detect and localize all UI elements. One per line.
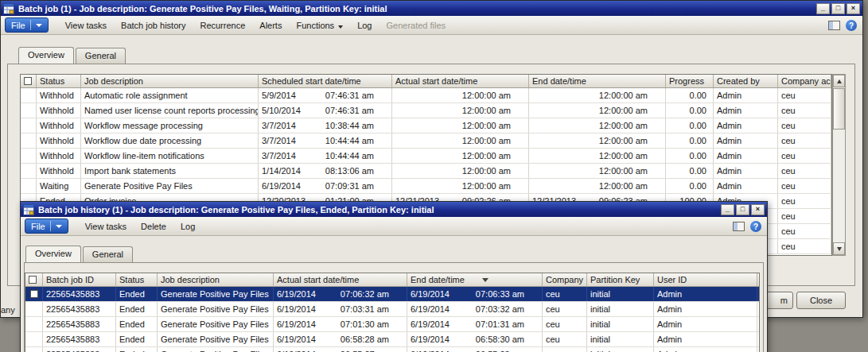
table-row[interactable]: 22565435883EndedGenerate Positive Pay Fi… xyxy=(25,317,759,332)
menu-item-alerts[interactable]: Alerts xyxy=(252,16,289,35)
scroll-down-icon[interactable] xyxy=(833,242,845,255)
column-header-job-description[interactable]: Job description xyxy=(158,273,274,286)
scrollbar-thumb[interactable] xyxy=(833,88,845,130)
tab-overview[interactable]: Overview xyxy=(25,246,81,263)
cell xyxy=(21,118,37,133)
cell-value: Generate Positive Pay Files xyxy=(84,181,193,191)
column-header-company-accou[interactable]: Company accou xyxy=(778,75,831,87)
help-icon[interactable]: ? xyxy=(750,221,761,232)
cell-value: 0.00 xyxy=(690,91,706,100)
column-header-company[interactable]: Company xyxy=(543,273,587,286)
column-header-actual-start-date-time[interactable]: Actual start date/time xyxy=(274,273,407,286)
table-row[interactable]: WithholdWorkflow due date processing3/7/… xyxy=(21,133,831,149)
vertical-scrollbar[interactable] xyxy=(832,74,846,256)
layout-pane-icon[interactable] xyxy=(733,222,745,231)
column-header-user-id[interactable]: User ID xyxy=(654,273,757,286)
cell-value: Admin xyxy=(717,136,741,145)
cell-value: 0.00 xyxy=(690,166,706,176)
select-all-checkbox[interactable] xyxy=(29,276,37,284)
column-header-status[interactable]: Status xyxy=(116,273,158,286)
cell: ceu xyxy=(778,164,831,178)
table-row[interactable]: WithholdWorkflow message processing3/7/2… xyxy=(21,118,831,133)
layout-pane-icon[interactable] xyxy=(828,21,840,30)
date-value: 6/19/2014 xyxy=(277,335,316,344)
file-menu-button[interactable]: File xyxy=(5,17,49,33)
maximize-button[interactable]: □ xyxy=(831,3,845,14)
menu-item-generated-files: Generated files xyxy=(379,16,453,35)
select-all-checkbox[interactable] xyxy=(24,77,32,85)
column-header-batch-job-id[interactable]: Batch job ID xyxy=(43,273,116,286)
menu-item-view-tasks[interactable]: View tasks xyxy=(58,16,114,35)
column-header-label: Job description xyxy=(161,275,220,284)
column-header-progress[interactable]: Progress xyxy=(666,75,714,87)
menu-item-log[interactable]: Log xyxy=(350,16,379,35)
cell-value: ceu xyxy=(781,196,796,206)
scroll-up-icon[interactable] xyxy=(833,75,845,87)
table-row[interactable]: WithholdWorkflow line-item notifications… xyxy=(21,149,831,164)
row-checkbox[interactable] xyxy=(30,290,38,298)
table-row[interactable]: WaitingGenerate Positive Pay Files6/19/2… xyxy=(21,179,831,194)
cell xyxy=(21,164,37,178)
file-menu-button[interactable]: File xyxy=(25,219,68,234)
column-header-job-description[interactable]: Job description xyxy=(81,75,259,87)
cell xyxy=(25,332,43,346)
menu-item-delete[interactable]: Delete xyxy=(134,217,173,236)
titlebar[interactable]: Batch job (1) - Job description: Generat… xyxy=(1,1,862,16)
minimize-button[interactable]: _ xyxy=(816,3,830,14)
tab-overview[interactable]: Overview xyxy=(18,47,74,64)
table-row[interactable]: WithholdImport bank statements1/14/20140… xyxy=(21,164,831,179)
menu-item-functions[interactable]: Functions xyxy=(289,16,350,35)
column-header-end-date-time[interactable]: End date/time xyxy=(529,75,666,87)
close-window-button[interactable]: × xyxy=(751,204,765,215)
table-row[interactable]: WithholdNamed user license count reports… xyxy=(21,103,831,118)
table-row[interactable]: 22565435883EndedGenerate Positive Pay Fi… xyxy=(25,287,759,302)
column-header-partition-key[interactable]: Partition Key xyxy=(587,273,654,286)
cell: Generate Positive Pay Files xyxy=(158,317,274,331)
column-header-scheduled-start-date-time[interactable]: Scheduled start date/time xyxy=(259,75,392,87)
column-header-actual-start-date-time[interactable]: Actual start date/time xyxy=(392,75,529,87)
column-header-created-by[interactable]: Created by xyxy=(714,75,778,87)
column-header-select[interactable] xyxy=(25,273,43,286)
date-value: 6/19/2014 xyxy=(411,304,450,314)
date-value: 3/7/2014 xyxy=(262,136,296,145)
column-header-label: Job description xyxy=(84,76,143,86)
menu-item-view-tasks[interactable]: View tasks xyxy=(78,217,134,236)
table-row[interactable]: 22565435883EndedGenerate Positive Pay Fi… xyxy=(25,302,759,317)
cell-value: Generate Positive Pay Files xyxy=(161,319,269,329)
minimize-button[interactable]: _ xyxy=(721,204,734,215)
time-value: 06:58:28 am xyxy=(341,335,389,344)
column-header-select[interactable] xyxy=(21,75,37,87)
cell: Admin xyxy=(654,347,757,352)
tab-general[interactable]: General xyxy=(83,246,133,262)
sort-desc-icon xyxy=(482,278,488,282)
time-value: 12:00:00 am xyxy=(462,136,511,145)
table-row[interactable]: 22565435883EndedGenerate Positive Pay Fi… xyxy=(25,332,759,347)
cell: Ended xyxy=(116,347,158,352)
cell: 0.00 xyxy=(666,164,714,178)
date-value: 3/7/2014 xyxy=(262,151,296,161)
column-header-status[interactable]: Status xyxy=(37,75,81,87)
cell: ceu xyxy=(778,194,831,208)
menu-item-recurrence[interactable]: Recurrence xyxy=(193,16,252,35)
menu-item-batch-job-history[interactable]: Batch job history xyxy=(114,16,193,35)
maximize-button[interactable]: □ xyxy=(736,204,749,215)
column-header-label: Company xyxy=(546,275,583,284)
cell-value: Import bank statements xyxy=(84,166,176,176)
tab-general[interactable]: General xyxy=(76,48,126,64)
cell: Generate Positive Pay Files xyxy=(158,332,274,346)
titlebar[interactable]: Batch job history (1) - Job description:… xyxy=(21,202,767,217)
close-button[interactable]: Close xyxy=(796,292,846,309)
table-row[interactable]: 22565435883EndedGenerate Positive Pay Fi… xyxy=(25,347,759,352)
table-row[interactable]: WithholdAutomatic role assignment5/9/201… xyxy=(21,88,831,103)
help-icon[interactable]: ? xyxy=(846,20,857,31)
close-window-button[interactable]: × xyxy=(847,3,860,14)
cell xyxy=(25,347,43,352)
column-header-label: Status xyxy=(40,76,64,86)
cell: 6/19/201406:58:30 am xyxy=(407,332,543,346)
cell: Withhold xyxy=(37,164,81,178)
menu-item-log[interactable]: Log xyxy=(173,217,202,236)
time-value: 07:03:32 am xyxy=(476,304,524,314)
cell: ceu xyxy=(778,133,831,148)
date-value: 5/9/2014 xyxy=(262,91,296,100)
column-header-end-date-time[interactable]: End date/time xyxy=(407,273,543,286)
